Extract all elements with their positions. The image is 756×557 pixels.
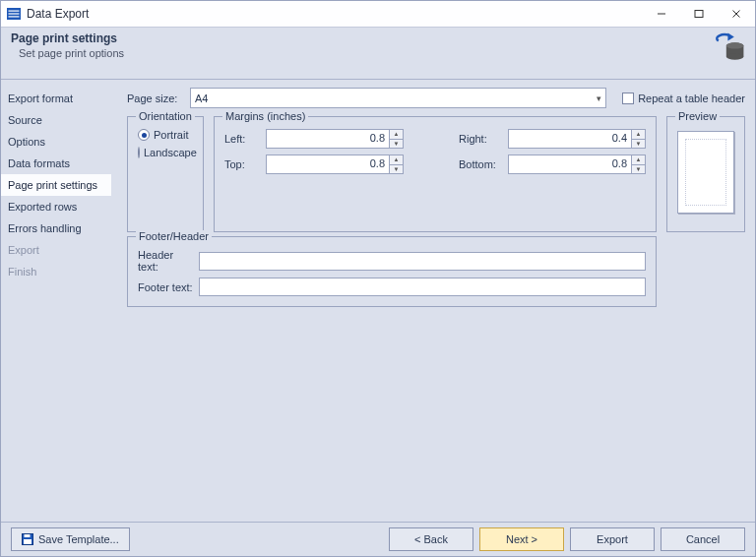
sidebar-item-finish: Finish — [1, 261, 111, 282]
sidebar-item-options[interactable]: Options — [1, 131, 111, 153]
orientation-portrait-label: Portrait — [154, 129, 188, 141]
content: Page size: A4 ▾ Repeat a table header Or… — [111, 80, 755, 522]
page-preview — [677, 131, 734, 214]
export-cylinder-icon — [714, 31, 745, 63]
window-close-button[interactable] — [718, 1, 755, 27]
pagesize-label: Page size: — [127, 93, 182, 104]
bottom-margin-label: Bottom: — [459, 158, 502, 170]
sidebar-item-source[interactable]: Source — [1, 109, 111, 131]
spinner-down-icon[interactable]: ▼ — [632, 140, 645, 149]
svg-rect-2 — [9, 13, 20, 14]
bottom-margin-input[interactable]: 0.8 ▲▼ — [508, 155, 646, 174]
top-margin-input[interactable]: 0.8 ▲▼ — [266, 155, 404, 174]
sidebar-item-page-print-settings[interactable]: Page print settings — [1, 174, 111, 196]
titlebar: Data Export — [1, 1, 755, 28]
save-template-button[interactable]: Save Template... — [11, 527, 130, 551]
next-button[interactable]: Next > — [479, 527, 564, 551]
back-button[interactable]: < Back — [389, 527, 473, 551]
floppy-icon — [22, 533, 33, 545]
footerheader-group: Footer/Header Header text: Footer text: — [127, 236, 657, 307]
right-margin-input[interactable]: 0.4 ▲▼ — [508, 129, 646, 149]
cancel-button[interactable]: Cancel — [661, 527, 745, 551]
svg-rect-3 — [9, 16, 20, 17]
spinner-down-icon[interactable]: ▼ — [632, 165, 645, 174]
orientation-landscape-radio[interactable] — [138, 147, 140, 158]
maximize-icon — [694, 9, 704, 19]
minimize-icon — [657, 9, 666, 19]
svg-point-11 — [726, 53, 744, 59]
footer-text-input[interactable] — [199, 278, 646, 296]
sidebar-item-export-format[interactable]: Export format — [1, 88, 111, 109]
repeat-header-label: Repeat a table header — [638, 93, 745, 104]
orientation-landscape-label: Landscape — [144, 147, 197, 158]
svg-rect-15 — [24, 539, 32, 544]
repeat-header-checkbox[interactable] — [622, 93, 634, 104]
svg-rect-5 — [695, 11, 703, 18]
spinner-up-icon[interactable]: ▲ — [632, 130, 645, 140]
top-margin-label: Top: — [224, 158, 260, 170]
bottom-bar: Save Template... < Back Next > Export Ca… — [1, 522, 755, 556]
sidebar-item-errors-handling[interactable]: Errors handling — [1, 217, 111, 239]
spinner-up-icon[interactable]: ▲ — [390, 155, 403, 165]
export-button[interactable]: Export — [570, 527, 655, 551]
sidebar-item-data-formats[interactable]: Data formats — [1, 153, 111, 174]
orientation-portrait-radio[interactable] — [138, 129, 150, 141]
spinner-up-icon[interactable]: ▲ — [390, 130, 403, 140]
spinner-up-icon[interactable]: ▲ — [632, 155, 645, 165]
preview-group: Preview — [666, 116, 745, 232]
svg-rect-14 — [25, 534, 31, 537]
svg-marker-8 — [727, 33, 733, 41]
preview-legend: Preview — [675, 110, 720, 122]
close-icon — [731, 9, 741, 19]
sidebar: Export format Source Options Data format… — [1, 80, 111, 522]
spinner-down-icon[interactable]: ▼ — [390, 140, 403, 149]
sidebar-item-exported-rows[interactable]: Exported rows — [1, 196, 111, 217]
pagesize-dropdown[interactable]: A4 ▾ — [190, 88, 606, 108]
banner: Page print settings Set page print optio… — [1, 28, 755, 80]
window: Data Export Page print settings Set page… — [0, 0, 756, 557]
orientation-legend: Orientation — [136, 110, 195, 122]
left-margin-input[interactable]: 0.8 ▲▼ — [266, 129, 404, 149]
banner-subheading: Set page print options — [11, 47, 745, 59]
svg-rect-1 — [9, 11, 20, 12]
window-minimize-button[interactable] — [643, 1, 680, 27]
chevron-down-icon: ▾ — [597, 93, 601, 103]
right-margin-label: Right: — [459, 133, 502, 145]
sidebar-item-export: Export — [1, 239, 111, 261]
footerheader-legend: Footer/Header — [136, 230, 212, 242]
save-template-label: Save Template... — [38, 533, 119, 545]
banner-heading: Page print settings — [11, 31, 745, 45]
app-icon — [7, 8, 21, 20]
header-text-label: Header text: — [138, 249, 195, 273]
body: Export format Source Options Data format… — [1, 80, 755, 522]
window-maximize-button[interactable] — [680, 1, 718, 27]
margins-group: Margins (inches) Left: 0.8 ▲▼ Right: 0.4 — [214, 116, 657, 232]
left-margin-label: Left: — [224, 133, 260, 145]
window-title: Data Export — [27, 7, 643, 21]
footer-text-label: Footer text: — [138, 281, 195, 293]
svg-point-12 — [726, 42, 744, 48]
margins-legend: Margins (inches) — [222, 110, 308, 122]
header-text-input[interactable] — [199, 252, 646, 271]
orientation-group: Orientation Portrait Landscape — [127, 116, 204, 232]
spinner-down-icon[interactable]: ▼ — [390, 165, 403, 174]
pagesize-value: A4 — [195, 93, 597, 104]
